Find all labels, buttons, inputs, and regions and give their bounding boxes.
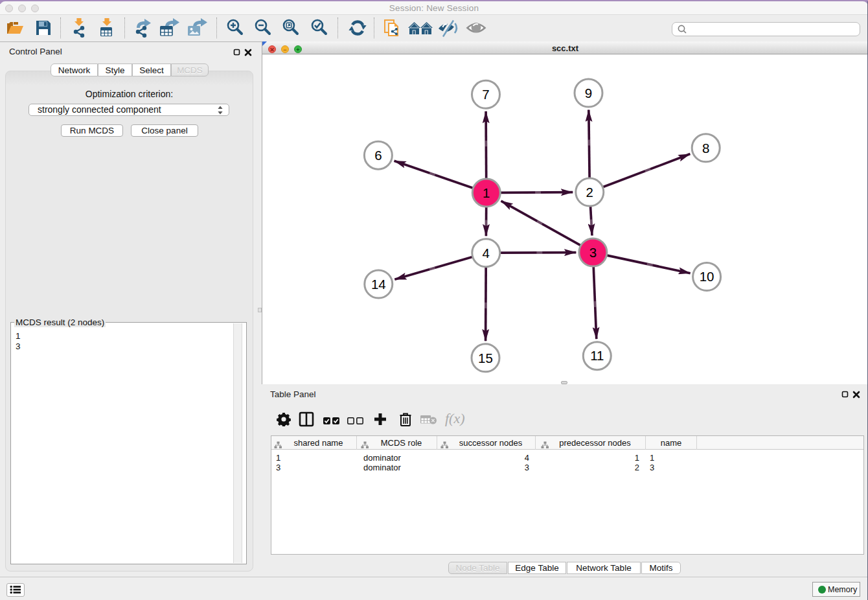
svg-text:3: 3 xyxy=(589,245,597,260)
svg-text:2: 2 xyxy=(586,185,593,200)
svg-text:4: 4 xyxy=(483,246,490,260)
svg-text:8: 8 xyxy=(702,141,709,156)
svg-text:6: 6 xyxy=(374,148,382,163)
svg-text:10: 10 xyxy=(700,269,714,284)
svg-text:11: 11 xyxy=(590,348,604,363)
svg-text:7: 7 xyxy=(482,87,489,102)
svg-text:1: 1 xyxy=(483,185,490,200)
svg-text:9: 9 xyxy=(585,86,592,100)
svg-text:14: 14 xyxy=(371,277,386,292)
svg-text:15: 15 xyxy=(478,351,493,365)
